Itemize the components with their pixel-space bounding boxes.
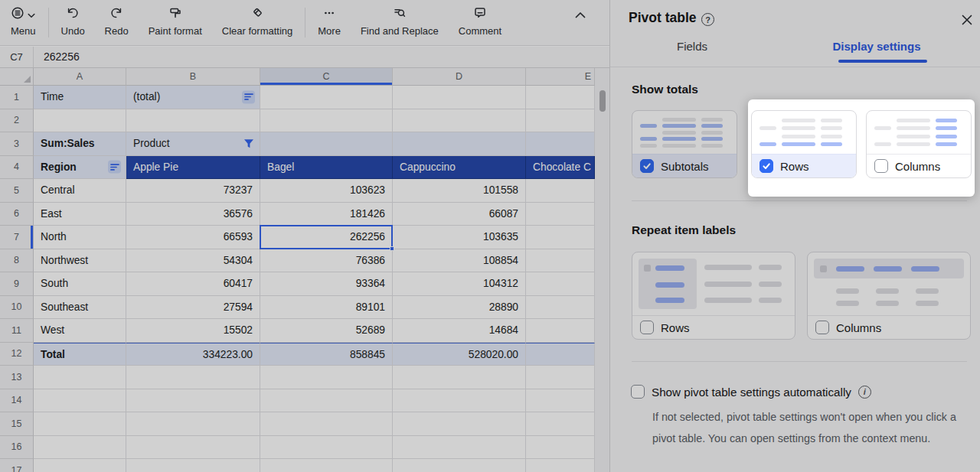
dim-overlay [0, 0, 980, 472]
card-label: Columns [895, 160, 940, 173]
spotlight-highlight: Rows Columns [748, 99, 975, 197]
card-thumbnail [867, 111, 971, 154]
show-totals-rows-card[interactable]: Rows [751, 110, 857, 178]
show-totals-columns-card[interactable]: Columns [866, 110, 972, 178]
columns-checkbox[interactable] [874, 159, 888, 173]
card-thumbnail [752, 111, 856, 154]
app-window: Menu Undo Redo Paint format Clear format… [0, 0, 980, 472]
rows-checkbox[interactable] [760, 159, 773, 173]
card-label: Rows [780, 160, 809, 173]
